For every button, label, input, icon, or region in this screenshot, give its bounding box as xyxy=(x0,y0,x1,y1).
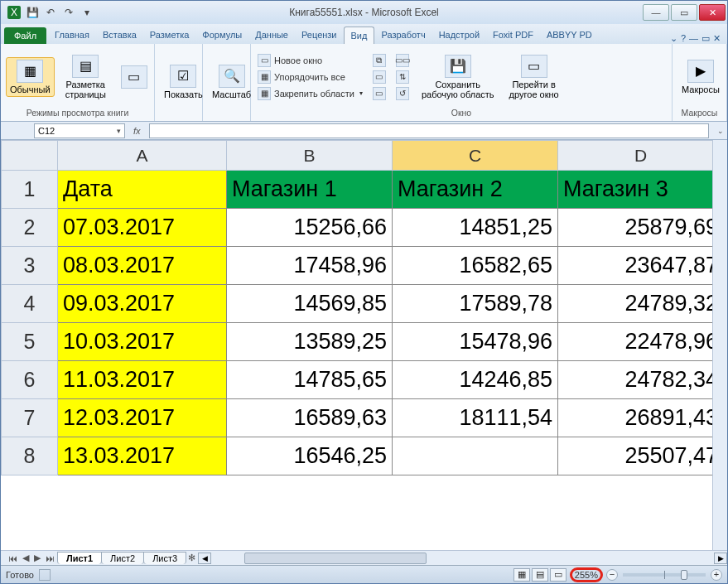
zoom-slider[interactable] xyxy=(623,573,706,577)
cell[interactable]: 07.03.2017 xyxy=(58,209,227,247)
new-window-button[interactable]: ▭Новое окно xyxy=(256,53,364,68)
cell[interactable]: 09.03.2017 xyxy=(58,285,227,323)
ribbon-tab-abbyy pd[interactable]: ABBYY PD xyxy=(540,27,599,44)
tab-nav-prev[interactable]: ◀ xyxy=(20,553,31,563)
column-header[interactable]: D xyxy=(558,141,724,171)
vertical-scrollbar[interactable] xyxy=(712,140,727,550)
ribbon-tab-главная[interactable]: Главная xyxy=(48,27,96,44)
select-all-corner[interactable] xyxy=(2,141,58,171)
cell[interactable]: 14851,25 xyxy=(393,209,558,247)
column-header[interactable]: A xyxy=(58,141,227,171)
mdi-close-button[interactable]: ✕ xyxy=(713,33,721,44)
horizontal-scrollbar[interactable] xyxy=(244,553,699,564)
row-header[interactable]: 6 xyxy=(2,361,58,399)
fx-icon[interactable]: fx xyxy=(133,126,141,136)
tab-nav-first[interactable]: ⏮ xyxy=(6,553,20,563)
arrange-all-button[interactable]: ▦Упорядочить все xyxy=(256,70,364,84)
ribbon-tab-рецензи[interactable]: Рецензи xyxy=(295,27,344,44)
mdi-min-button[interactable]: — xyxy=(689,33,698,44)
sync-scroll-button[interactable]: ⇅ xyxy=(394,70,411,84)
sheet-tab[interactable]: Лист3 xyxy=(143,552,186,564)
minimize-button[interactable]: — xyxy=(643,4,669,21)
cell[interactable]: 08.03.2017 xyxy=(58,247,227,285)
ribbon-tab-вставка[interactable]: Вставка xyxy=(96,27,143,44)
show-button[interactable]: ☑ Показать xyxy=(160,62,207,102)
row-header[interactable]: 3 xyxy=(2,247,58,285)
sheet-tab[interactable]: Лист2 xyxy=(101,552,144,564)
unhide-button[interactable]: ▭ xyxy=(371,86,388,101)
split-button[interactable]: ⧉ xyxy=(371,53,388,68)
cell[interactable]: 24789,32 xyxy=(558,285,724,323)
formula-input[interactable] xyxy=(149,123,709,138)
tab-nav-last[interactable]: ⏭ xyxy=(43,553,57,563)
column-header[interactable]: B xyxy=(227,141,393,171)
cell[interactable]: Магазин 2 xyxy=(393,171,558,209)
row-header[interactable]: 5 xyxy=(2,323,58,361)
switch-windows-button[interactable]: ▭ Перейти в другое окно xyxy=(505,52,563,102)
row-header[interactable]: 2 xyxy=(2,209,58,247)
cell[interactable]: 25879,69 xyxy=(558,209,724,247)
cell[interactable]: 13589,25 xyxy=(227,323,393,361)
cell[interactable]: 22478,96 xyxy=(558,323,724,361)
reset-pos-button[interactable]: ↺ xyxy=(394,86,411,101)
ribbon-tab-формулы[interactable]: Формулы xyxy=(195,27,248,44)
cell[interactable]: 17589,78 xyxy=(393,285,558,323)
zoom-slider-thumb[interactable] xyxy=(681,570,687,580)
cell[interactable]: 14569,85 xyxy=(227,285,393,323)
qat-dropdown-icon[interactable]: ▾ xyxy=(80,6,94,19)
redo-icon[interactable]: ↷ xyxy=(62,6,75,19)
hide-button[interactable]: ▭ xyxy=(371,70,388,84)
save-icon[interactable]: 💾 xyxy=(26,6,39,19)
formula-expand-icon[interactable]: ⌄ xyxy=(717,127,724,135)
macros-button[interactable]: ▶ Макросы xyxy=(677,57,724,97)
cell[interactable]: 12.03.2017 xyxy=(58,399,227,437)
new-sheet-button[interactable]: ✻ xyxy=(186,553,198,563)
cell[interactable]: 16589,63 xyxy=(227,399,393,437)
cell[interactable]: Магазин 1 xyxy=(227,171,393,209)
zoom-out-button[interactable]: − xyxy=(606,569,618,581)
page-break-button[interactable]: ▭ xyxy=(117,63,152,91)
macro-record-icon[interactable] xyxy=(39,569,51,581)
cell[interactable]: 18111,54 xyxy=(393,399,558,437)
row-header[interactable]: 4 xyxy=(2,285,58,323)
view-break-button[interactable]: ▭ xyxy=(550,568,566,582)
view-layout-button[interactable]: ▤ xyxy=(532,568,548,582)
cell[interactable]: 13.03.2017 xyxy=(58,437,227,475)
cell[interactable]: 16582,65 xyxy=(393,247,558,285)
help-icon[interactable]: ? xyxy=(681,33,686,44)
hscroll-thumb[interactable] xyxy=(244,553,427,564)
ribbon-tab-foxit pdf[interactable]: Foxit PDF xyxy=(486,27,540,44)
tab-nav-next[interactable]: ▶ xyxy=(31,553,43,563)
freeze-panes-button[interactable]: ▦Закрепить области▾ xyxy=(256,86,364,101)
cell[interactable]: 10.03.2017 xyxy=(58,323,227,361)
undo-icon[interactable]: ↶ xyxy=(44,6,57,19)
column-header[interactable]: C xyxy=(393,141,558,171)
hscroll-right[interactable]: ▶ xyxy=(714,553,727,564)
cell[interactable]: Дата xyxy=(58,171,227,209)
cell[interactable]: 24782,34 xyxy=(558,361,724,399)
row-header[interactable]: 7 xyxy=(2,399,58,437)
name-box-dropdown-icon[interactable]: ▾ xyxy=(117,127,121,135)
page-layout-button[interactable]: ▤ Разметка страницы xyxy=(61,52,110,102)
row-header[interactable]: 1 xyxy=(2,171,58,209)
cell[interactable]: 11.03.2017 xyxy=(58,361,227,399)
cell[interactable]: 15478,96 xyxy=(393,323,558,361)
spreadsheet-grid[interactable]: ABCD1ДатаМагазин 1Магазин 2Магазин 3207.… xyxy=(1,140,727,565)
ribbon-tab-вид[interactable]: Вид xyxy=(344,27,375,44)
view-normal-button[interactable]: ▦ xyxy=(513,568,530,582)
row-header[interactable]: 8 xyxy=(2,437,58,475)
file-tab[interactable]: Файл xyxy=(4,27,46,44)
cell[interactable]: Магазин 3 xyxy=(558,171,724,209)
cell[interactable]: 15256,66 xyxy=(227,209,393,247)
sheet-tab[interactable]: Лист1 xyxy=(57,552,102,564)
cell[interactable]: 14785,65 xyxy=(227,361,393,399)
view-side-button[interactable]: ▭▭ xyxy=(394,53,411,68)
cell[interactable]: 17458,96 xyxy=(227,247,393,285)
cell[interactable]: 14246,85 xyxy=(393,361,558,399)
zoom-button[interactable]: 🔍 Масштаб xyxy=(208,62,255,102)
ribbon-tab-надстрой[interactable]: Надстрой xyxy=(432,27,486,44)
zoom-percentage[interactable]: 255% xyxy=(570,567,603,582)
cell[interactable] xyxy=(393,437,558,475)
maximize-button[interactable]: ▭ xyxy=(671,4,697,21)
ribbon-tab-разметка[interactable]: Разметка xyxy=(143,27,196,44)
